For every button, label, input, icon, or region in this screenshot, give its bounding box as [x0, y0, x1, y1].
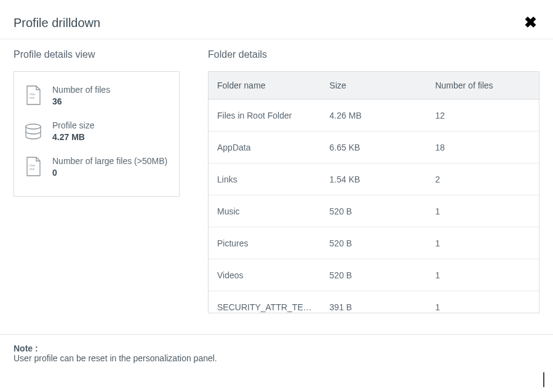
cell-count: 2 [426, 163, 539, 195]
svg-text:PDF: PDF [30, 96, 35, 100]
summary-value: 36 [52, 96, 169, 106]
cell-size: 520 B [321, 259, 427, 291]
cell-folder-name: Links [209, 163, 321, 195]
folder-table: Folder name Size Number of files Files i… [208, 71, 539, 313]
folder-details-title: Folder details [208, 49, 539, 60]
cell-count: 12 [426, 100, 539, 131]
table-row[interactable]: Music520 B1 [209, 195, 539, 227]
footer-note: Note : User profile can be reset in the … [0, 335, 553, 368]
table-row[interactable]: Pictures520 B1 [209, 227, 539, 259]
table-row[interactable]: Files in Root Folder4.26 MB12 [209, 100, 539, 131]
dialog-header: Profile drilldown ✖ [0, 0, 553, 39]
svg-text:PNG: PNG [30, 164, 35, 167]
summary-value: 0 [52, 168, 169, 178]
summary-label: Number of files [52, 84, 169, 95]
summary-text: Number of files 36 [52, 84, 169, 106]
cell-size: 1.54 KB [321, 163, 427, 195]
table-body[interactable]: Files in Root Folder4.26 MB12AppData6.65… [209, 100, 539, 313]
table-row[interactable]: Links1.54 KB2 [209, 163, 539, 195]
summary-row-large-files: PNG PDF Number of large files (>50MB) 0 [14, 148, 179, 184]
cell-size: 4.26 MB [321, 100, 427, 131]
files-icon: PNG PDF [24, 155, 42, 179]
cell-folder-name: Pictures [209, 227, 321, 259]
close-icon[interactable]: ✖ [524, 15, 537, 30]
svg-text:PNG: PNG [30, 93, 35, 96]
cell-count: 1 [426, 291, 539, 313]
cell-folder-name: Videos [209, 259, 321, 291]
cell-count: 1 [426, 227, 539, 259]
summary-value: 4.27 MB [52, 132, 169, 142]
cell-size: 6.65 KB [321, 131, 427, 163]
profile-details-title: Profile details view [14, 49, 180, 60]
summary-row-profile-size: Profile size 4.27 MB [14, 112, 179, 148]
page-title: Profile drilldown [14, 16, 539, 30]
cell-count: 1 [426, 195, 539, 227]
summary-text: Number of large files (>50MB) 0 [52, 155, 169, 178]
folder-details-panel: Folder details Folder name Size Number o… [208, 49, 539, 322]
col-header-size[interactable]: Size [321, 72, 427, 99]
summary-row-num-files: PNG PDF Number of files 36 [14, 77, 179, 112]
table-header: Folder name Size Number of files [209, 72, 539, 100]
note-text: User profile can be reset in the persona… [14, 353, 217, 363]
table-row[interactable]: AppData6.65 KB18 [209, 131, 539, 163]
profile-details-panel: Profile details view PNG PDF Number of f… [14, 49, 180, 322]
cell-count: 1 [426, 259, 539, 291]
database-icon [24, 120, 42, 143]
svg-point-2 [26, 124, 41, 129]
table-row[interactable]: Videos520 B1 [209, 259, 539, 291]
cell-size: 520 B [321, 227, 427, 259]
col-header-count[interactable]: Number of files [426, 72, 539, 99]
note-label: Note : [14, 343, 38, 353]
table-row[interactable]: SECURITY_ATTR_TEMP391 B1 [209, 291, 539, 313]
summary-label: Profile size [52, 120, 169, 131]
profile-summary-card: PNG PDF Number of files 36 [14, 71, 180, 197]
summary-text: Profile size 4.27 MB [52, 120, 169, 142]
text-cursor [543, 372, 544, 387]
col-header-name[interactable]: Folder name [209, 72, 321, 99]
svg-text:PDF: PDF [30, 168, 35, 171]
cell-folder-name: Music [209, 195, 321, 227]
dialog-body: Profile details view PNG PDF Number of f… [0, 39, 553, 322]
summary-label: Number of large files (>50MB) [52, 155, 169, 167]
cell-size: 520 B [321, 195, 427, 227]
cell-folder-name: AppData [209, 131, 321, 163]
cell-size: 391 B [321, 291, 427, 313]
cell-folder-name: Files in Root Folder [209, 100, 321, 131]
cell-count: 18 [426, 131, 539, 163]
cell-folder-name: SECURITY_ATTR_TEMP [209, 291, 321, 313]
files-icon: PNG PDF [24, 84, 42, 108]
